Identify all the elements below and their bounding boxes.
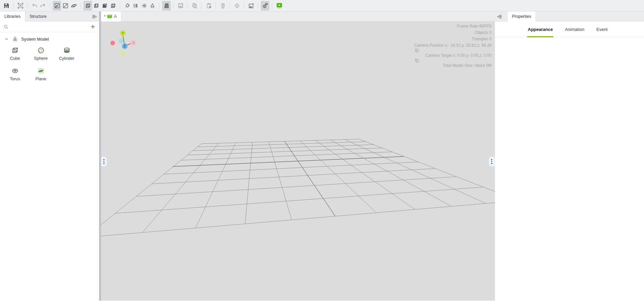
left-sidebar: Libraries Structure System Model (0, 11, 99, 302)
tab-structure-label: Structure (30, 14, 47, 19)
toolbar-separator (173, 2, 174, 9)
library-item-label: Plane (36, 77, 46, 81)
toolbar-separator (159, 2, 159, 9)
spot-light-icon (141, 2, 147, 9)
axis-neg-z-handle[interactable] (119, 39, 124, 43)
properties-menu-button[interactable] (495, 11, 507, 21)
toolbar-separator (187, 2, 188, 9)
right-panel-handle[interactable] (489, 157, 495, 167)
add-library-icon[interactable] (90, 24, 96, 30)
library-item-torus[interactable]: Torus (2, 67, 28, 81)
capture-region-button[interactable] (247, 1, 255, 10)
orbit-icon (71, 2, 77, 9)
redo-icon (40, 2, 46, 9)
delete-button[interactable] (219, 1, 227, 10)
scale-view-button[interactable] (61, 1, 70, 10)
point-light-button[interactable] (123, 1, 131, 10)
tab-structure[interactable]: Structure (25, 11, 51, 21)
toolbar-separator (50, 2, 50, 9)
save-button[interactable] (2, 1, 10, 10)
viewport-stats: Frame Rate 60FPS Objects 0 Triangles 0 C… (414, 23, 492, 69)
center-area: * A Y X Z Frame Rate 60FPS (101, 11, 495, 301)
trash-icon (220, 2, 226, 9)
paste-icon (205, 2, 212, 9)
library-search-input[interactable] (11, 25, 90, 29)
tab-properties[interactable]: Properties (507, 11, 536, 21)
snapshot-button[interactable] (176, 1, 185, 10)
viewport-3d[interactable]: Y X Z Frame Rate 60FPS Objects 0 Triangl… (101, 21, 495, 301)
directional-light-button[interactable] (131, 1, 140, 10)
stat-objects: Objects 0 (414, 30, 492, 36)
area-light-button[interactable] (148, 1, 156, 10)
library-item-label: Cube (10, 56, 20, 61)
cube-solid-icon (101, 2, 108, 9)
target-icon (234, 2, 240, 9)
main-toolbar (0, 0, 644, 11)
library-item-sphere[interactable]: Sphere (28, 46, 54, 61)
library-item-cylinder[interactable]: Cylinder (54, 46, 80, 61)
scene-tab-a[interactable]: * A (101, 11, 121, 21)
viewport-tabstrip: * A (101, 11, 495, 21)
tab-animation[interactable]: Animation (564, 21, 585, 37)
axis-y-label: Y (122, 31, 124, 35)
toolbar-separator (272, 2, 272, 9)
axis-neg-y-handle[interactable] (121, 51, 125, 56)
fit-view-button[interactable] (53, 1, 61, 10)
library-item-cube[interactable]: Cube (2, 46, 28, 61)
export-package-button[interactable] (261, 1, 269, 10)
library-group-header[interactable]: System Model (0, 32, 99, 45)
toolbar-separator (201, 2, 202, 9)
axis-z-label: Z (124, 44, 126, 48)
spot-light-button[interactable] (140, 1, 148, 10)
frame-selection-button[interactable] (16, 1, 25, 10)
redo-button[interactable] (39, 1, 47, 10)
axis-neg-x-handle[interactable] (110, 41, 115, 45)
run-preview-button[interactable] (275, 1, 283, 10)
axis-gizmo[interactable]: Y X Z (101, 21, 151, 82)
copy-button[interactable] (190, 1, 199, 10)
scene-window-icon (107, 14, 112, 19)
tab-properties-label: Properties (512, 14, 531, 19)
tab-event[interactable]: Event (596, 21, 608, 37)
toolbar-separator (216, 2, 216, 9)
library-item-label: Sphere (34, 56, 47, 61)
undo-icon (31, 2, 38, 9)
chevron-down-icon (4, 37, 9, 41)
directional-light-icon (132, 2, 139, 9)
undo-button[interactable] (30, 1, 39, 10)
package-box-icon (262, 2, 269, 9)
library-item-plane[interactable]: Plane (28, 67, 54, 81)
view-mode-bottom-face-button[interactable] (109, 1, 117, 10)
view-mode-solid-button[interactable] (100, 1, 109, 10)
axis-x-label: X (132, 41, 135, 45)
copy-value-icon[interactable] (415, 59, 419, 62)
library-search-row (0, 21, 99, 32)
system-model-icon (12, 36, 18, 42)
save-icon (3, 2, 10, 9)
tab-libraries-label: Libraries (4, 14, 20, 19)
copy-value-icon[interactable] (415, 49, 419, 52)
view-mode-wireframe-button[interactable] (84, 1, 92, 10)
play-monitor-icon (276, 2, 283, 9)
tab-appearance[interactable]: Appearance (527, 21, 553, 37)
stat-camera-position: Camera Position x: -16.52,y: 25.62,z: 96… (414, 42, 492, 52)
toolbar-separator (13, 2, 13, 9)
handle-dot (103, 159, 104, 160)
sidebar-menu-button[interactable] (91, 11, 99, 21)
paste-button[interactable] (204, 1, 213, 10)
cube-icon (11, 46, 19, 54)
cube-wireframe-icon (85, 2, 91, 9)
properties-subtabs: Appearance Animation Event (495, 21, 644, 37)
toolbar-separator (258, 2, 258, 9)
orbit-button[interactable] (70, 1, 78, 10)
left-panel-handle[interactable] (101, 157, 107, 167)
record-target-button[interactable] (233, 1, 241, 10)
library-item-label: Cylinder (59, 56, 75, 61)
properties-tabstrip: Properties (495, 11, 644, 21)
view-mode-left-face-button[interactable] (92, 1, 100, 10)
toolbar-separator (81, 2, 81, 9)
grid-toggle-button[interactable] (162, 1, 171, 10)
tab-libraries[interactable]: Libraries (0, 11, 25, 21)
scale-view-icon (62, 2, 69, 9)
library-group-label: System Model (21, 37, 49, 42)
